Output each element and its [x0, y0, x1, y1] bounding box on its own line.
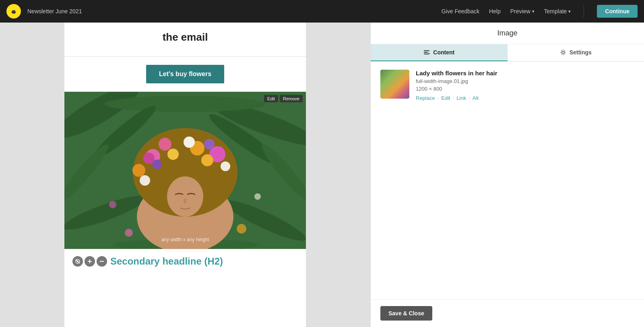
campaign-title: Newsletter June 2021 — [27, 8, 442, 14]
image-filename: full-width-image.01.jpg — [416, 78, 497, 84]
svg-point-5 — [14, 11, 15, 12]
remove-icon[interactable] — [97, 256, 107, 267]
svg-point-26 — [167, 149, 179, 160]
nav-links: Give Feedback Help Preview Template Cont… — [442, 5, 638, 18]
svg-point-37 — [254, 193, 261, 200]
svg-rect-46 — [424, 52, 428, 53]
svg-rect-45 — [424, 50, 429, 51]
image-remove-button[interactable]: Remove — [280, 95, 303, 102]
svg-point-29 — [221, 161, 230, 171]
image-meta: Lady with flowers in her hair full-width… — [416, 70, 497, 101]
h2-icon-group — [72, 256, 107, 267]
link-link[interactable]: Link — [456, 95, 466, 101]
right-panel: Image Content Settings — [370, 23, 644, 327]
svg-point-38 — [109, 201, 116, 208]
nav-divider — [584, 5, 584, 18]
svg-point-4 — [13, 11, 14, 12]
svg-point-36 — [237, 224, 246, 234]
settings-tab-icon — [560, 49, 566, 56]
email-heading-section: the email — [64, 23, 306, 57]
svg-point-23 — [159, 138, 171, 151]
image-title: Lady with flowers in her hair — [416, 70, 497, 77]
image-actions: Replace · Edit · Link · Alt — [416, 95, 497, 101]
tab-settings[interactable]: Settings — [508, 44, 644, 61]
email-canvas: the email Let's buy flowers Edit Remove — [64, 23, 306, 327]
tab-settings-label: Settings — [570, 49, 592, 56]
svg-point-30 — [140, 175, 150, 186]
add-icon[interactable] — [85, 256, 95, 267]
image-caption: any width x any height — [161, 237, 209, 242]
flower-image: any width x any height — [64, 92, 306, 249]
visibility-icon[interactable] — [72, 256, 83, 267]
main-layout: the email Let's buy flowers Edit Remove — [0, 23, 644, 327]
svg-point-32 — [152, 159, 162, 169]
dot-separator-2: · — [453, 95, 454, 101]
image-info-row: Lady with flowers in her hair full-width… — [380, 70, 634, 101]
top-navigation: Newsletter June 2021 Give Feedback Help … — [0, 0, 644, 23]
dot-separator-3: · — [469, 95, 470, 101]
email-cta-section: Let's buy flowers — [64, 57, 306, 92]
edit-link[interactable]: Edit — [441, 95, 450, 101]
svg-point-25 — [201, 154, 213, 166]
svg-point-9 — [105, 96, 266, 112]
mailchimp-logo[interactable] — [6, 4, 21, 19]
image-thumb-preview — [380, 70, 409, 99]
panel-tabs: Content Settings — [371, 44, 644, 62]
tab-content[interactable]: Content — [371, 44, 508, 61]
preview-link[interactable]: Preview — [510, 8, 535, 14]
save-close-button[interactable]: Save & Close — [380, 306, 432, 321]
svg-point-31 — [204, 139, 215, 149]
tab-content-label: Content — [433, 49, 454, 56]
svg-point-48 — [562, 51, 564, 54]
help-link[interactable]: Help — [489, 8, 501, 14]
secondary-headline: Secondary headline (H2) — [110, 256, 223, 267]
image-edit-button[interactable]: Edit — [264, 95, 278, 102]
email-image-section[interactable]: Edit Remove — [64, 92, 306, 249]
email-heading-partial: the email — [80, 31, 290, 44]
svg-point-35 — [125, 229, 133, 237]
template-link[interactable]: Template — [544, 8, 571, 14]
email-cta-button[interactable]: Let's buy flowers — [146, 65, 224, 83]
continue-button[interactable]: Continue — [597, 5, 638, 18]
alt-link[interactable]: Alt — [473, 95, 479, 101]
panel-title: Image — [371, 23, 644, 44]
dot-separator-1: · — [438, 95, 439, 101]
svg-rect-47 — [424, 54, 429, 54]
svg-point-28 — [184, 137, 195, 148]
replace-link[interactable]: Replace — [416, 95, 435, 101]
image-overlay-buttons: Edit Remove — [264, 95, 303, 102]
image-thumbnail — [380, 70, 409, 99]
panel-footer: Save & Close — [371, 299, 644, 327]
image-info-area: Lady with flowers in her hair full-width… — [371, 62, 644, 299]
canvas-panel: the email Let's buy flowers Edit Remove — [0, 23, 370, 327]
email-h2-section: Secondary headline (H2) — [64, 249, 306, 273]
give-feedback-link[interactable]: Give Feedback — [442, 8, 479, 14]
svg-point-27 — [132, 164, 145, 177]
image-dimensions: 1200 × 800 — [416, 86, 497, 92]
svg-point-33 — [167, 176, 203, 217]
content-tab-icon — [423, 49, 430, 56]
